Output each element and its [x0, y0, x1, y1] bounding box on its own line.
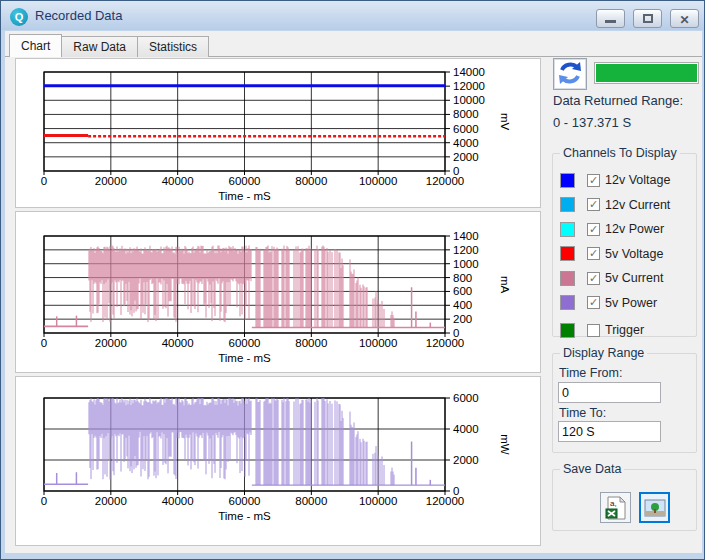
channel-row: Trigger	[553, 318, 696, 343]
channel-checkbox[interactable]: ✓	[587, 174, 600, 187]
window-title: Recorded Data	[35, 8, 122, 23]
channel-checkbox[interactable]: ✓	[587, 198, 600, 211]
svg-text:80000: 80000	[295, 495, 327, 507]
svg-text:0: 0	[41, 337, 47, 349]
svg-text:100000: 100000	[359, 337, 397, 349]
time-to-input[interactable]	[558, 421, 661, 442]
channel-color-swatch	[560, 271, 575, 286]
svg-text:mA: mA	[499, 276, 511, 294]
svg-text:0: 0	[453, 485, 459, 497]
svg-text:mV: mV	[499, 113, 511, 131]
time-to-label: Time To:	[559, 406, 606, 420]
channel-checkbox[interactable]	[587, 324, 600, 337]
time-from-label: Time From:	[559, 366, 622, 380]
voltage-chart: 0200004000060000800001000001200000200040…	[16, 59, 540, 207]
svg-text:12000: 12000	[453, 80, 485, 92]
channel-color-swatch	[560, 222, 575, 237]
save-data-title: Save Data	[560, 462, 624, 476]
channel-label: 12v Power	[605, 222, 664, 236]
channel-row: ✓5v Current	[553, 266, 696, 291]
maximize-icon	[643, 14, 653, 23]
svg-text:40000: 40000	[162, 495, 194, 507]
channel-label: Trigger	[605, 323, 644, 337]
channel-label: 12v Voltage	[605, 173, 670, 187]
chart-panel-current: 0200004000060000800001000001200000200400…	[15, 211, 541, 373]
channel-checkbox[interactable]: ✓	[587, 296, 600, 309]
display-range-title: Display Range	[560, 346, 647, 360]
maximize-button[interactable]	[633, 9, 662, 28]
csv-file-icon: a,	[605, 496, 627, 520]
refresh-button[interactable]	[553, 58, 587, 90]
time-from-input[interactable]	[558, 382, 661, 403]
svg-text:0: 0	[453, 327, 459, 339]
channels-group-title: Channels To Display	[560, 146, 680, 160]
titlebar[interactable]: Q Recorded Data ✕	[1, 1, 704, 30]
data-returned-label: Data Returned Range:	[553, 93, 683, 108]
display-range-groupbox: Display Range Time From: Time To:	[552, 353, 697, 453]
close-icon: ✕	[679, 13, 689, 27]
svg-text:mW: mW	[499, 434, 511, 455]
svg-text:0: 0	[453, 165, 459, 177]
channel-row: ✓12v Power	[553, 217, 696, 242]
channel-color-swatch	[560, 246, 575, 261]
svg-text:1000: 1000	[453, 258, 479, 270]
recorded-data-window: Q Recorded Data ✕ ChartRaw DataStatistic…	[0, 0, 705, 560]
svg-text:2000: 2000	[453, 454, 479, 466]
svg-text:14000: 14000	[453, 66, 485, 78]
close-button[interactable]: ✕	[670, 9, 699, 28]
progress-fill	[596, 64, 697, 82]
svg-text:4000: 4000	[453, 423, 479, 435]
channel-rows: ✓12v Voltage✓12v Current✓12v Power✓5v Vo…	[553, 168, 696, 343]
svg-text:60000: 60000	[229, 175, 261, 187]
svg-text:2000: 2000	[453, 151, 479, 163]
channel-checkbox[interactable]: ✓	[587, 272, 600, 285]
channel-row: ✓5v Power	[553, 291, 696, 316]
svg-text:0: 0	[41, 495, 47, 507]
channel-color-swatch	[560, 323, 575, 338]
svg-text:Time - mS: Time - mS	[218, 352, 271, 364]
svg-text:a,: a,	[610, 499, 617, 508]
svg-text:40000: 40000	[162, 337, 194, 349]
channel-label: 5v Current	[605, 271, 663, 285]
tab-statistics[interactable]: Statistics	[137, 36, 209, 57]
channel-row: ✓12v Current	[553, 193, 696, 218]
svg-text:60000: 60000	[229, 495, 261, 507]
svg-text:20000: 20000	[95, 495, 127, 507]
channel-label: 5v Voltage	[605, 247, 663, 261]
channel-color-swatch	[560, 295, 575, 310]
image-icon	[644, 499, 666, 517]
channel-checkbox[interactable]: ✓	[587, 247, 600, 260]
svg-text:80000: 80000	[295, 175, 327, 187]
svg-text:400: 400	[453, 299, 472, 311]
svg-text:4000: 4000	[453, 137, 479, 149]
export-csv-button[interactable]: a,	[600, 492, 631, 523]
power-chart: 0200004000060000800001000001200000200040…	[16, 377, 540, 545]
chart-panel-voltage: 0200004000060000800001000001200000200040…	[15, 58, 541, 208]
channel-row: ✓5v Voltage	[553, 242, 696, 267]
svg-text:8000: 8000	[453, 108, 479, 120]
channel-color-swatch	[560, 173, 575, 188]
svg-text:6000: 6000	[453, 123, 479, 135]
svg-text:Time - mS: Time - mS	[218, 190, 271, 202]
save-data-groupbox: Save Data a,	[552, 469, 697, 531]
channel-row: ✓12v Voltage	[553, 168, 696, 193]
save-image-button[interactable]	[639, 492, 670, 523]
svg-text:100000: 100000	[359, 175, 397, 187]
tab-chart[interactable]: Chart	[9, 34, 62, 57]
channel-color-swatch	[560, 197, 575, 212]
current-chart: 0200004000060000800001000001200000200400…	[16, 212, 540, 372]
channel-label: 5v Power	[605, 296, 657, 310]
svg-text:0: 0	[41, 175, 47, 187]
tab-bar: ChartRaw DataStatistics	[9, 34, 208, 57]
svg-text:1200: 1200	[453, 244, 479, 256]
svg-text:6000: 6000	[453, 392, 479, 404]
svg-text:1400: 1400	[453, 230, 479, 242]
svg-text:80000: 80000	[295, 337, 327, 349]
minimize-button[interactable]	[596, 9, 625, 28]
channel-checkbox[interactable]: ✓	[587, 223, 600, 236]
data-returned-value: 0 - 137.371 S	[553, 115, 631, 130]
svg-text:40000: 40000	[162, 175, 194, 187]
svg-text:600: 600	[453, 285, 472, 297]
chart-panel-power: 0200004000060000800001000001200000200040…	[15, 376, 541, 546]
tab-raw-data[interactable]: Raw Data	[61, 36, 138, 57]
